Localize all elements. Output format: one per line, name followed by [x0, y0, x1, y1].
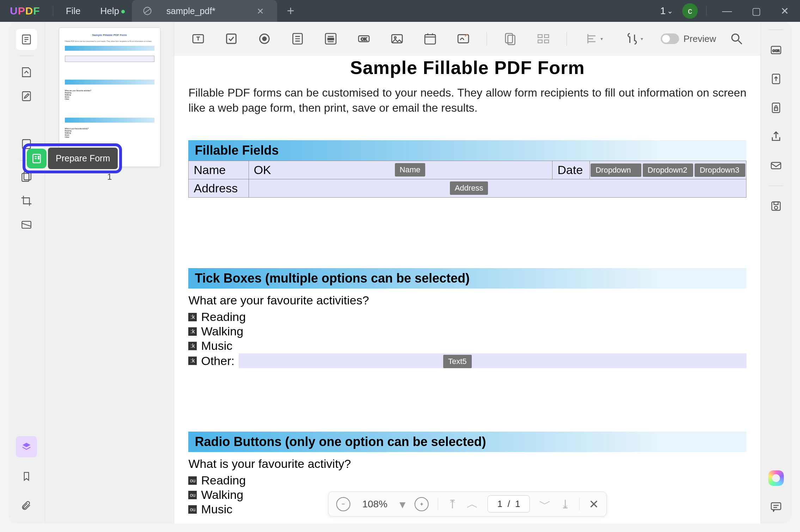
svg-rect-39: [545, 35, 549, 37]
text5-tag: Text5: [443, 355, 472, 368]
checkbox-reading[interactable]: :kReading: [188, 310, 746, 324]
tool-attachment[interactable]: [16, 495, 37, 516]
svg-line-47: [738, 41, 742, 44]
prev-page-button[interactable]: ︿: [466, 496, 478, 512]
window-close-button[interactable]: ✕: [774, 5, 796, 17]
page-input[interactable]: [488, 495, 530, 513]
date-label: Date: [552, 161, 590, 179]
svg-point-46: [732, 34, 739, 41]
tool-protect[interactable]: [767, 99, 785, 117]
checkbox-icon: :k: [188, 327, 197, 336]
radio-reading[interactable]: ouReading: [188, 474, 746, 487]
separator: [769, 186, 783, 186]
thumbnail-page-number: 1: [107, 172, 112, 182]
form-radio-button[interactable]: [255, 29, 274, 49]
form-dropdown-button[interactable]: [288, 29, 307, 49]
form-grid-button[interactable]: [533, 29, 553, 49]
ai-assistant-button[interactable]: [767, 469, 785, 487]
menu-help[interactable]: Help: [91, 6, 129, 17]
form-listbox-button[interactable]: [321, 29, 341, 49]
tool-layers[interactable]: [16, 436, 37, 457]
svg-text:OK: OK: [361, 37, 367, 41]
tool-edit[interactable]: [16, 86, 37, 107]
tool-bookmark[interactable]: [16, 466, 37, 487]
window-minimize-button[interactable]: —: [715, 5, 739, 17]
separator: [53, 6, 53, 16]
fillable-fields-table: Name OK Name Date Dropdown Dropdown2 Dro…: [188, 161, 746, 198]
form-date-button[interactable]: [420, 29, 440, 49]
search-button[interactable]: [727, 29, 746, 49]
document-tab[interactable]: sample_pdf* ×: [132, 0, 277, 22]
separator: [579, 498, 580, 511]
tool-ocr[interactable]: OCR: [767, 41, 785, 59]
svg-text:OCR: OCR: [772, 49, 780, 52]
dropdown1-tag[interactable]: Dropdown: [591, 163, 641, 177]
tab-add-button[interactable]: +: [277, 4, 304, 18]
dropdown2-tag[interactable]: Dropdown2: [643, 163, 694, 177]
window-maximize-button[interactable]: ▢: [745, 5, 768, 17]
date-dropdowns[interactable]: Dropdown Dropdown2 Dropdown3: [590, 161, 746, 179]
tab-document-icon: [142, 6, 152, 16]
app-logo: UPDF: [0, 5, 50, 17]
notification-indicator[interactable]: 1 ⌄: [657, 5, 677, 17]
document-title: Sample Fillable PDF Form: [188, 57, 746, 78]
form-recognize-button[interactable]: [500, 29, 520, 49]
table-row: Address Address: [189, 179, 746, 198]
zoom-in-button[interactable]: +: [415, 497, 429, 511]
svg-point-56: [775, 206, 778, 209]
checkbox-music[interactable]: :kMusic: [188, 339, 746, 353]
right-sidebar: OCR: [761, 22, 792, 524]
address-field[interactable]: Address: [249, 179, 746, 198]
form-toolbar: OK ▾ ▾: [174, 22, 760, 56]
radio-question: What is your favourite activity?: [188, 457, 746, 471]
form-button-field-button[interactable]: OK: [354, 29, 374, 49]
checkbox-other[interactable]: :k Other: Text5: [188, 353, 746, 368]
table-row: Name OK Name Date Dropdown Dropdown2 Dro…: [189, 161, 746, 179]
other-text-field[interactable]: Text5: [239, 353, 746, 368]
radio-icon: ou: [188, 505, 197, 514]
preview-toggle[interactable]: Preview: [661, 33, 716, 44]
form-image-button[interactable]: [387, 29, 407, 49]
section-tick-boxes: Tick Boxes (multiple options can be sele…: [188, 268, 746, 289]
first-page-button[interactable]: ⤒: [447, 497, 457, 511]
svg-point-30: [395, 37, 396, 38]
svg-rect-52: [775, 108, 778, 111]
tool-crop[interactable]: [16, 190, 37, 211]
form-tools-button[interactable]: ▾: [621, 29, 647, 49]
close-zoom-bar-button[interactable]: ✕: [589, 497, 599, 511]
app-body: Prepare Form Sample Fillable PDF Form Fi…: [8, 22, 792, 524]
tool-redact[interactable]: [16, 214, 37, 235]
next-page-button[interactable]: ﹀: [539, 496, 551, 512]
dropdown3-tag[interactable]: Dropdown3: [695, 163, 745, 177]
tool-convert[interactable]: [767, 70, 785, 88]
svg-rect-40: [538, 40, 542, 43]
checkbox-walking[interactable]: :kWalking: [188, 324, 746, 338]
left-sidebar: [8, 22, 45, 524]
tool-comment-panel[interactable]: [767, 498, 785, 516]
name-field[interactable]: OK Name: [249, 161, 552, 179]
menu-file[interactable]: File: [56, 6, 91, 17]
form-align-button[interactable]: ▾: [580, 29, 607, 49]
svg-rect-5: [23, 92, 31, 101]
form-checkbox-button[interactable]: [221, 29, 241, 49]
tool-save[interactable]: [767, 197, 785, 215]
tool-comment[interactable]: [16, 62, 37, 83]
checkbox-icon: :k: [188, 342, 197, 350]
form-text-field-button[interactable]: [188, 29, 208, 49]
tab-close-button[interactable]: ×: [254, 5, 267, 18]
tool-share[interactable]: [767, 128, 785, 146]
separator: [567, 32, 567, 46]
tool-email[interactable]: [767, 157, 785, 174]
page-content: Sample Fillable PDF Form Fillable PDF fo…: [174, 56, 760, 524]
help-notification-dot: [121, 10, 125, 13]
user-avatar[interactable]: c: [682, 3, 698, 19]
address-label: Address: [189, 179, 249, 198]
toggle-switch[interactable]: [661, 33, 679, 44]
tool-thumbnails[interactable]: [16, 29, 37, 50]
form-signature-button[interactable]: [453, 29, 473, 49]
zoom-out-button[interactable]: −: [336, 497, 350, 511]
section-fillable-fields: Fillable Fields: [188, 140, 746, 161]
preview-label: Preview: [683, 33, 716, 44]
zoom-dropdown[interactable]: ▾: [399, 497, 405, 511]
last-page-button[interactable]: ⤓: [560, 497, 570, 511]
